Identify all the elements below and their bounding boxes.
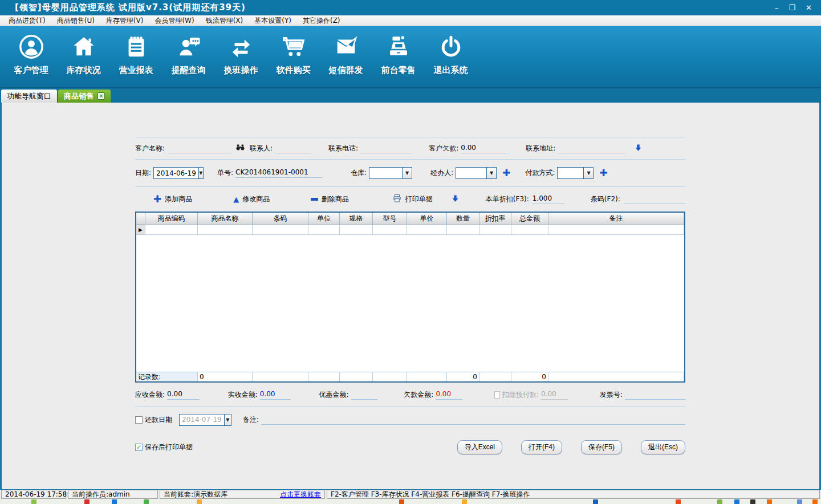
menu-item-other[interactable]: 其它操作(Z): [298, 15, 346, 26]
chevron-down-icon[interactable]: ▼: [486, 168, 496, 178]
close-button[interactable]: ✕: [806, 4, 812, 11]
menu-item-inventory[interactable]: 库存管理(V): [101, 15, 149, 26]
phone-input[interactable]: [360, 144, 413, 153]
handler-select[interactable]: ▼: [456, 167, 497, 179]
taskbar-icon[interactable]: [197, 499, 202, 504]
delete-item-button[interactable]: 删除商品: [322, 194, 349, 204]
tab-goods-sale[interactable]: 商品销售 ✕: [58, 90, 111, 103]
warehouse-select[interactable]: ▼: [369, 167, 412, 179]
save-button[interactable]: 保存(F5): [581, 440, 622, 454]
tray-icon[interactable]: [797, 499, 802, 504]
chevron-down-icon[interactable]: ▼: [224, 414, 231, 425]
address-input[interactable]: [558, 144, 625, 153]
customer-name-input[interactable]: [167, 144, 231, 153]
column-header[interactable]: 数量: [447, 213, 479, 225]
table-row[interactable]: ▶: [136, 225, 684, 235]
taskbar-icon[interactable]: [84, 499, 90, 504]
toolbar-reminder-query[interactable]: 提醒查询: [165, 32, 212, 76]
invoice-no-input[interactable]: [625, 390, 685, 400]
column-header[interactable]: 型号: [373, 213, 407, 225]
received-input[interactable]: 0.00: [260, 390, 291, 400]
toolbar-buy-software[interactable]: 软件购买: [270, 32, 316, 76]
taskbar-icon[interactable]: [31, 499, 36, 504]
menu-bar: 商品进货(T) 商品销售(U) 库存管理(V) 会员管理(W) 钱流管理(X) …: [0, 15, 821, 26]
main-toolbar: 客户管理 库存状况 营业报表 提醒查询 换班操作: [0, 26, 821, 88]
grid-footer-row: 记录数: 0 0 0: [136, 372, 684, 381]
tray-icon[interactable]: [767, 499, 772, 504]
column-header[interactable]: 商品名称: [198, 213, 253, 225]
toolbar-customer-mgmt[interactable]: 客户管理: [8, 32, 54, 76]
contact-input[interactable]: [275, 144, 312, 153]
payment-select[interactable]: ▼: [557, 167, 594, 179]
print-receipt-button[interactable]: 打印单据: [405, 194, 433, 204]
tray-icon[interactable]: [676, 499, 681, 504]
tray-icon[interactable]: [812, 499, 818, 504]
scroll-down-arrow-icon[interactable]: [451, 194, 460, 205]
repay-date-checkbox[interactable]: [135, 416, 143, 424]
toolbar-business-report[interactable]: 营业报表: [113, 32, 159, 76]
order-discount-input[interactable]: 1.000: [533, 194, 564, 204]
toolbar-label: 客户管理: [14, 65, 48, 76]
column-header[interactable]: 规格: [340, 213, 373, 225]
tab-close-icon[interactable]: ✕: [97, 92, 105, 100]
tray-icon[interactable]: [717, 499, 722, 504]
expand-down-arrow-icon[interactable]: [634, 143, 643, 154]
toolbar-shift-change[interactable]: 换班操作: [218, 32, 264, 76]
print-after-save-checkbox[interactable]: ✓: [135, 444, 143, 451]
column-header[interactable]: 备注: [548, 213, 684, 225]
binoculars-search-icon[interactable]: [235, 144, 245, 153]
envelope-send-icon: [331, 32, 361, 62]
add-handler-plus-icon[interactable]: ✚: [502, 168, 510, 178]
account-name: 当前账套:演示数据库: [164, 490, 227, 499]
taskbar-icon[interactable]: [112, 499, 117, 504]
toolbar-pos-retail[interactable]: 前台零售: [375, 32, 421, 76]
toolbar-stock-status[interactable]: 库存状况: [60, 32, 107, 76]
person-chat-icon: [174, 32, 204, 62]
minimize-button[interactable]: –: [775, 4, 779, 11]
date-value: 2014-06-19: [154, 169, 198, 177]
tray-icon[interactable]: [750, 499, 755, 504]
taskbar-icon[interactable]: [399, 499, 404, 504]
deduct-prepay-checkbox[interactable]: [494, 391, 500, 399]
menu-item-purchase[interactable]: 商品进货(T): [3, 15, 51, 26]
menu-item-member[interactable]: 会员管理(W): [149, 15, 199, 26]
column-header[interactable]: 折扣率: [479, 213, 511, 225]
switch-account-link[interactable]: 点击更换账套: [263, 490, 321, 499]
add-payment-plus-icon[interactable]: ✚: [599, 168, 607, 178]
tab-nav-window[interactable]: 功能导航窗口: [1, 90, 57, 103]
chevron-down-icon[interactable]: ▼: [583, 168, 593, 178]
column-header[interactable]: 条码: [253, 213, 308, 225]
toolbar-exit-system[interactable]: 退出系统: [428, 32, 474, 76]
owed-value: 0.00: [436, 390, 462, 400]
taskbar-icon[interactable]: [144, 499, 149, 504]
column-header[interactable]: 单位: [308, 213, 340, 225]
column-header[interactable]: 商品编码: [145, 213, 198, 225]
repay-date-select[interactable]: 2014-07-19 ▼: [179, 414, 231, 426]
remark-input[interactable]: [261, 415, 685, 425]
menu-item-settings[interactable]: 基本设置(Y): [249, 15, 296, 26]
discount-amount-input[interactable]: [351, 390, 378, 400]
modify-item-button[interactable]: 修改商品: [242, 194, 270, 204]
open-button[interactable]: 打开(F4): [521, 440, 562, 454]
toolbar-label: 库存状况: [67, 65, 101, 76]
chevron-down-icon[interactable]: ▼: [402, 168, 412, 178]
restore-button[interactable]: ❐: [789, 4, 795, 11]
order-no-label: 单号:: [217, 168, 233, 178]
barcode-input[interactable]: [624, 194, 685, 204]
menu-item-sale[interactable]: 商品销售(U): [52, 15, 100, 26]
date-select[interactable]: 2014-06-19 ▼: [153, 167, 204, 179]
chevron-down-icon[interactable]: ▼: [198, 168, 203, 178]
status-operator: 当前操作员:admin: [68, 490, 158, 499]
cash-register-icon: [384, 32, 413, 62]
column-header[interactable]: 单价: [407, 213, 447, 225]
taskbar-icon[interactable]: [593, 499, 598, 504]
power-icon: [436, 32, 466, 62]
add-item-button[interactable]: 添加商品: [165, 194, 192, 204]
column-header[interactable]: 总金额: [511, 213, 548, 225]
import-excel-button[interactable]: 导入Excel: [457, 440, 502, 454]
menu-item-cashflow[interactable]: 钱流管理(X): [201, 15, 249, 26]
exit-button[interactable]: 退出(Esc): [641, 440, 685, 454]
taskbar-icon[interactable]: [462, 499, 467, 504]
tray-icon[interactable]: [734, 499, 739, 504]
toolbar-sms-broadcast[interactable]: 短信群发: [323, 32, 369, 76]
